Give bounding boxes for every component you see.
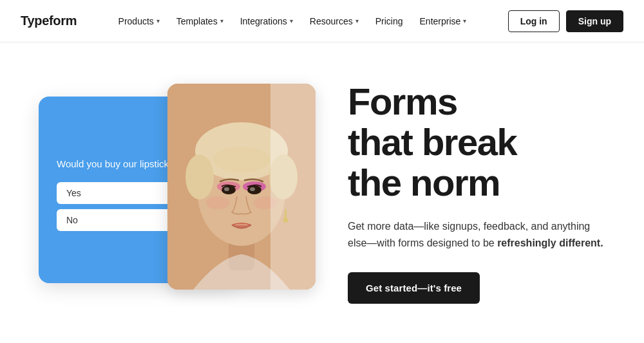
svg-point-6 xyxy=(213,147,270,172)
signup-button[interactable]: Sign up xyxy=(566,10,623,32)
hero-photo xyxy=(167,84,316,290)
nav-item-integrations[interactable]: Integrations ▾ xyxy=(234,12,299,30)
nav-item-pricing[interactable]: Pricing xyxy=(369,12,410,30)
hero-photo-svg xyxy=(167,84,316,290)
hero-headline: Forms that break the norm xyxy=(348,82,605,203)
svg-point-4 xyxy=(185,154,214,199)
hero-subtext: Get more data—like signups, feedback, an… xyxy=(348,218,605,251)
cta-button[interactable]: Get started—it's free xyxy=(348,272,480,304)
chevron-down-icon: ▾ xyxy=(220,17,223,24)
nav-item-products[interactable]: Products ▾ xyxy=(112,12,166,30)
chevron-down-icon: ▾ xyxy=(156,17,160,24)
hero-text: Forms that break the norm Get more data—… xyxy=(348,82,605,303)
hero-visual: Would you buy our lipstick again? Yes No xyxy=(39,84,316,302)
chevron-down-icon: ▾ xyxy=(290,17,293,24)
nav-links: Products ▾ Templates ▾ Integrations ▾ Re… xyxy=(112,12,473,30)
svg-point-12 xyxy=(250,187,255,191)
svg-point-13 xyxy=(206,196,229,209)
hero-section: Would you buy our lipstick again? Yes No xyxy=(0,42,644,343)
chevron-down-icon: ▾ xyxy=(355,17,359,24)
logo[interactable]: Typeform xyxy=(21,14,77,28)
nav-item-templates[interactable]: Templates ▾ xyxy=(170,12,230,30)
svg-rect-17 xyxy=(270,84,316,290)
nav-actions: Log in Sign up xyxy=(508,10,623,32)
login-button[interactable]: Log in xyxy=(508,10,560,32)
chevron-down-icon: ▾ xyxy=(463,17,466,24)
nav-item-enterprise[interactable]: Enterprise ▾ xyxy=(413,12,473,30)
navbar: Typeform Products ▾ Templates ▾ Integrat… xyxy=(0,0,644,42)
nav-item-resources[interactable]: Resources ▾ xyxy=(303,12,365,30)
svg-point-11 xyxy=(224,187,229,191)
